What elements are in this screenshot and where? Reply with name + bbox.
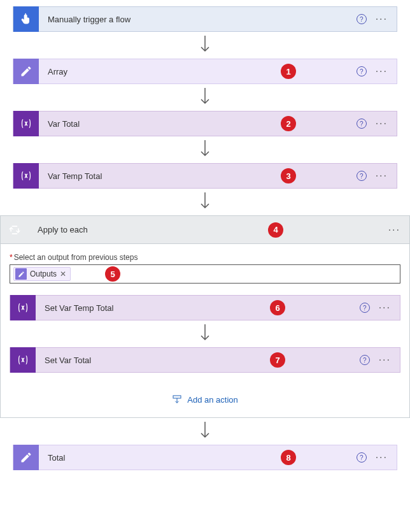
callout-badge-8: 8 [281, 450, 296, 465]
callout-badge-5: 5 [105, 266, 120, 282]
var-temp-total-card[interactable]: Var Temp Total 3 ? ··· [13, 163, 397, 189]
trigger-card[interactable]: Manually trigger a flow ? ··· [13, 6, 397, 32]
card-actions: ? ··· [360, 303, 400, 313]
arrow-down-icon [13, 189, 397, 215]
var-total-card[interactable]: Var Total 2 ? ··· [13, 111, 397, 136]
card-actions: ? ··· [357, 66, 397, 76]
touch-icon [13, 6, 39, 32]
total-title: Total [39, 453, 357, 463]
more-icon[interactable]: ··· [376, 171, 388, 181]
help-icon[interactable]: ? [360, 355, 370, 365]
variable-icon [10, 347, 36, 373]
more-icon[interactable]: ··· [376, 14, 388, 24]
arrow-down-icon [13, 84, 397, 111]
variable-icon [13, 163, 39, 189]
variable-icon [13, 111, 39, 136]
output-field-input[interactable]: Outputs ✕ [10, 264, 400, 284]
compose-icon [13, 445, 39, 470]
card-actions: ? ··· [357, 14, 397, 24]
svg-rect-5 [173, 396, 181, 398]
total-card[interactable]: Total 8 ? ··· [13, 445, 397, 470]
var-temp-total-title: Var Temp Total [39, 171, 357, 181]
more-icon[interactable]: ··· [379, 355, 391, 365]
callout-badge-6: 6 [270, 300, 285, 315]
add-action-button[interactable]: Add an action [10, 373, 400, 405]
callout-badge-2: 2 [281, 116, 296, 131]
arrow-down-icon [10, 320, 400, 347]
card-actions: ? ··· [357, 452, 397, 463]
apply-to-each-title: Apply to each [29, 225, 388, 234]
card-actions: ··· [388, 225, 409, 235]
set-var-temp-total-title: Set Var Temp Total [36, 303, 360, 313]
arrow-down-icon [13, 136, 397, 163]
output-field-label: *Select an output from previous steps [10, 253, 400, 262]
set-var-temp-total-card[interactable]: Set Var Temp Total 6 ? ··· [10, 295, 400, 320]
remove-token-icon[interactable]: ✕ [60, 270, 66, 278]
callout-badge-7: 7 [270, 352, 285, 368]
array-title: Array [39, 67, 357, 76]
variable-icon [10, 295, 36, 320]
apply-to-each-header[interactable]: Apply to each 4 ··· [1, 216, 409, 244]
apply-to-each-container: Apply to each 4 ··· *Select an output fr… [0, 215, 410, 418]
add-action-label: Add an action [187, 395, 238, 405]
card-actions: ? ··· [360, 355, 400, 365]
set-var-total-card[interactable]: Set Var Total 7 ? ··· [10, 347, 400, 373]
help-icon[interactable]: ? [357, 452, 367, 463]
arrow-down-icon [13, 32, 397, 59]
callout-badge-4: 4 [268, 222, 283, 238]
callout-badge-3: 3 [281, 168, 296, 183]
arrow-down-icon [13, 418, 397, 445]
card-actions: ? ··· [357, 119, 397, 129]
add-action-icon [172, 394, 182, 405]
token-label: Outputs [30, 270, 57, 278]
outputs-token[interactable]: Outputs ✕ [13, 267, 71, 281]
compose-token-icon [15, 268, 27, 280]
more-icon[interactable]: ··· [379, 303, 391, 313]
trigger-title: Manually trigger a flow [39, 15, 357, 24]
help-icon[interactable]: ? [360, 303, 370, 313]
var-total-title: Var Total [39, 119, 357, 129]
set-var-total-title: Set Var Total [36, 356, 360, 365]
help-icon[interactable]: ? [357, 119, 367, 129]
more-icon[interactable]: ··· [376, 66, 388, 76]
loop-icon [1, 216, 29, 244]
card-actions: ? ··· [357, 171, 397, 181]
array-card[interactable]: Array 1 ? ··· [13, 59, 397, 84]
loop-body: *Select an output from previous steps Ou… [1, 244, 409, 417]
help-icon[interactable]: ? [357, 66, 367, 76]
more-icon[interactable]: ··· [376, 452, 388, 463]
help-icon[interactable]: ? [357, 171, 367, 181]
compose-icon [13, 59, 39, 84]
help-icon[interactable]: ? [357, 14, 367, 24]
callout-badge-1: 1 [281, 64, 296, 79]
more-icon[interactable]: ··· [388, 225, 400, 235]
more-icon[interactable]: ··· [376, 119, 388, 129]
